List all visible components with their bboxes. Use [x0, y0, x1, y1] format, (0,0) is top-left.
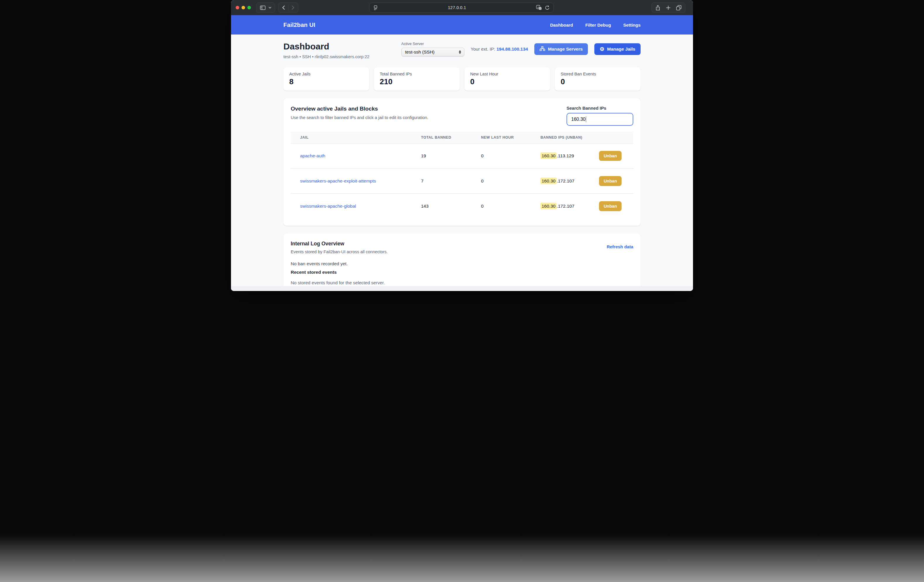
- active-server-picker: Active Server test-ssh (SSH): [401, 41, 464, 56]
- history-nav-group: [278, 2, 298, 13]
- browser-chrome: 127.0.0.1 A x: [231, 0, 693, 15]
- overview-subtitle: Use the search to filter banned IPs and …: [291, 115, 428, 120]
- ip-rest: .113.129: [556, 153, 574, 158]
- ip-search-highlight: 160.30: [540, 152, 556, 159]
- new-last-hour-cell: 0: [481, 168, 540, 194]
- stat-label: Stored Ban Events: [561, 72, 635, 76]
- search-input-value: 160.30: [571, 117, 586, 122]
- manage-servers-label: Manage Servers: [548, 46, 582, 52]
- jail-link[interactable]: swissmakers-apache-global: [300, 204, 356, 209]
- unban-button[interactable]: Unban: [599, 151, 622, 161]
- app-brand[interactable]: Fail2ban UI: [284, 21, 315, 28]
- url-text[interactable]: 127.0.0.1: [378, 5, 536, 10]
- stat-cards: Active Jails 8 Total Banned IPs 210 New …: [284, 67, 640, 90]
- share-icon[interactable]: [655, 5, 660, 10]
- page-subtitle: test-ssh • SSH • rlinfp02.swissmakers.co…: [284, 54, 370, 59]
- manage-jails-button[interactable]: ⚙ Manage Jails: [594, 43, 640, 55]
- ip-search-highlight: 160.30: [540, 203, 556, 209]
- active-server-value: test-ssh (SSH): [405, 49, 459, 55]
- no-ban-events-text: No ban events recorded yet.: [291, 261, 633, 266]
- table-row: swissmakers-apache-global 143 0 160.30.1…: [291, 194, 633, 219]
- tab-overview-icon[interactable]: [676, 5, 681, 10]
- page-content: Dashboard test-ssh • SSH • rlinfp02.swis…: [231, 35, 693, 291]
- stat-value: 210: [380, 77, 454, 86]
- active-server-select[interactable]: test-ssh (SSH): [401, 48, 464, 56]
- banned-ip: 160.30.113.129: [540, 153, 574, 158]
- sidebar-button-group: [256, 2, 275, 13]
- col-header-jail: JAIL: [291, 132, 421, 144]
- close-window-button[interactable]: [236, 6, 239, 9]
- address-bar[interactable]: 127.0.0.1 A x: [369, 3, 554, 13]
- total-banned-cell: 143: [421, 194, 481, 219]
- table-row: apache-auth 19 0 160.30.113.129 Unban: [291, 144, 633, 169]
- minimize-window-button[interactable]: [241, 6, 245, 9]
- ip-rest: .172.107: [556, 178, 574, 183]
- dashboard-header: Dashboard test-ssh • SSH • rlinfp02.swis…: [284, 41, 640, 59]
- stat-label: Total Banned IPs: [380, 72, 454, 76]
- jails-table: JAIL TOTAL BANNED NEW LAST HOUR BANNED I…: [291, 132, 633, 219]
- total-banned-cell: 7: [421, 168, 481, 194]
- svg-text:A: A: [537, 6, 539, 9]
- reload-icon[interactable]: [545, 5, 550, 10]
- jail-link[interactable]: apache-auth: [300, 153, 325, 158]
- internal-log-card: Internal Log Overview Events stored by F…: [284, 233, 640, 291]
- page-footer-strip: [231, 286, 693, 291]
- search-banned-ips-label: Search Banned IPs: [566, 105, 633, 110]
- col-header-banned-ips: BANNED IPS (UNBAN): [540, 132, 633, 144]
- external-ip-value[interactable]: 194.88.100.134: [497, 46, 528, 51]
- refresh-data-link[interactable]: Refresh data: [607, 244, 633, 249]
- browser-window: 127.0.0.1 A x: [231, 0, 693, 291]
- stat-label: New Last Hour: [470, 72, 544, 76]
- forward-icon[interactable]: [291, 5, 295, 10]
- overview-title: Overview active Jails and Blocks: [291, 105, 428, 112]
- jail-link[interactable]: swissmakers-apache-exploit-attempts: [300, 178, 376, 183]
- select-stepper-icon: [459, 50, 461, 54]
- search-banned-ips-input[interactable]: 160.30: [566, 113, 633, 126]
- chevron-down-icon[interactable]: [269, 7, 271, 8]
- table-row: swissmakers-apache-exploit-attempts 7 0 …: [291, 168, 633, 194]
- manage-servers-button[interactable]: Manage Servers: [534, 43, 588, 55]
- new-last-hour-cell: 0: [481, 194, 540, 219]
- active-server-label: Active Server: [401, 41, 464, 46]
- translate-icon[interactable]: A x: [536, 5, 542, 10]
- log-subtitle: Events stored by Fail2ban-UI across all …: [291, 250, 388, 254]
- text-caret: [586, 117, 586, 122]
- ip-rest: .172.107: [556, 204, 574, 209]
- reader-page-icon[interactable]: [373, 5, 378, 10]
- new-last-hour-cell: 0: [481, 144, 540, 169]
- overview-card: Overview active Jails and Blocks Use the…: [284, 98, 640, 226]
- zoom-window-button[interactable]: [248, 6, 251, 9]
- stat-value: 0: [470, 77, 544, 86]
- stat-card-new-last-hour: New Last Hour 0: [464, 67, 550, 90]
- banned-ip: 160.30.172.107: [540, 178, 574, 184]
- table-header-row: JAIL TOTAL BANNED NEW LAST HOUR BANNED I…: [291, 132, 633, 144]
- manage-jails-label: Manage Jails: [607, 46, 635, 52]
- page-title: Dashboard: [284, 41, 370, 51]
- recent-stored-events-title: Recent stored events: [291, 270, 633, 275]
- nav-link-settings[interactable]: Settings: [623, 23, 640, 28]
- toolbar-right-group: [652, 2, 685, 13]
- no-stored-events-text: No stored events found for the selected …: [291, 280, 633, 286]
- stat-value: 8: [289, 77, 363, 86]
- col-header-new-last-hour: NEW LAST HOUR: [481, 132, 540, 144]
- back-icon[interactable]: [282, 5, 285, 10]
- nav-link-dashboard[interactable]: Dashboard: [550, 23, 573, 28]
- total-banned-cell: 19: [421, 144, 481, 169]
- log-title: Internal Log Overview: [291, 241, 388, 247]
- banned-ip: 160.30.172.107: [540, 204, 574, 209]
- col-header-total-banned: TOTAL BANNED: [421, 132, 481, 144]
- divider: [288, 4, 289, 11]
- unban-button[interactable]: Unban: [599, 201, 622, 211]
- window-controls: [236, 6, 251, 9]
- gear-icon: ⚙: [600, 46, 604, 52]
- new-tab-icon[interactable]: [666, 5, 671, 10]
- ip-search-highlight: 160.30: [540, 178, 556, 184]
- unban-button[interactable]: Unban: [599, 176, 622, 186]
- stat-card-stored-ban-events: Stored Ban Events 0: [555, 67, 640, 90]
- svg-text:x: x: [540, 7, 541, 10]
- external-ip: Your ext. IP: 194.88.100.134: [471, 46, 528, 52]
- external-ip-label: Your ext. IP:: [471, 46, 495, 51]
- nav-link-filter-debug[interactable]: Filter Debug: [585, 23, 611, 28]
- stat-label: Active Jails: [289, 72, 363, 76]
- sidebar-toggle-icon[interactable]: [260, 5, 266, 10]
